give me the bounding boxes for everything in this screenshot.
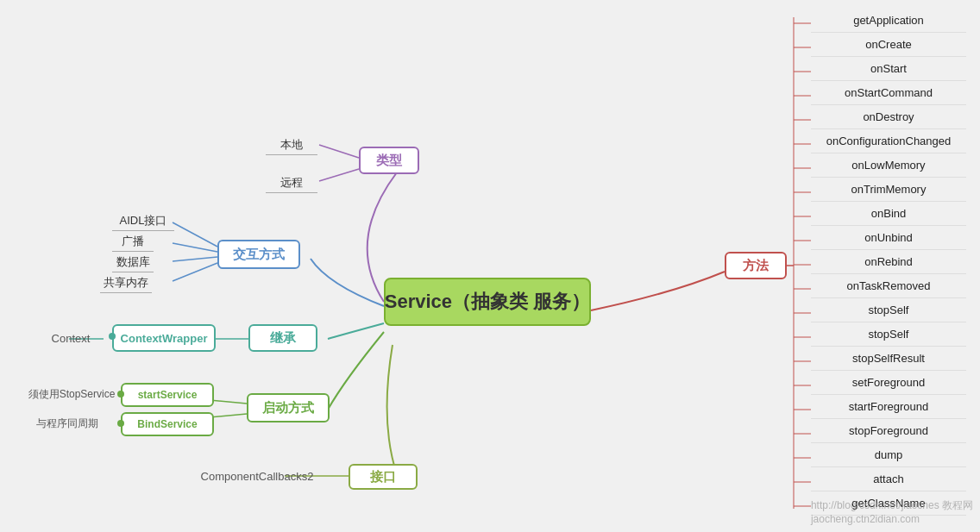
method-ontaskremoved: onTaskRemoved xyxy=(811,274,966,298)
svg-line-5 xyxy=(173,263,217,281)
node-interaction: 交互方式 xyxy=(217,240,300,269)
start-label: 启动方式 xyxy=(262,400,314,416)
interaction-label: 交互方式 xyxy=(233,247,285,263)
leaf-remote: 远程 xyxy=(266,172,317,193)
method-dump: dump xyxy=(811,443,966,467)
method-onrebind: onRebind xyxy=(811,250,966,274)
componentcallbacks-text: ComponentCallbacks2 xyxy=(201,470,314,483)
method-stopforeground: stopForeground xyxy=(811,419,966,443)
method-stopself1: stopSelf xyxy=(811,298,966,322)
lifecycle-text: 与程序同周期 xyxy=(36,416,98,431)
leaf-sharedmem-text: 共享内存 xyxy=(104,275,148,291)
connector-bindservice xyxy=(117,420,124,427)
node-methods: 方法 xyxy=(725,252,787,279)
methods-list: getApplication onCreate onStart onStartC… xyxy=(811,9,966,516)
method-ontrimmemory: onTrimMemory xyxy=(811,178,966,202)
leaf-broadcast: 广播 xyxy=(112,231,154,252)
leaf-lifecycle: 与程序同周期 xyxy=(24,412,110,435)
leaf-componentcallbacks: ComponentCallbacks2 xyxy=(188,464,326,488)
methods-label: 方法 xyxy=(743,258,769,274)
leaf-context: Context xyxy=(45,326,97,350)
node-type: 类型 xyxy=(359,147,419,174)
leaf-db: 数据库 xyxy=(112,252,154,272)
svg-line-1 xyxy=(319,169,359,181)
stopservice-text: 须使用StopService xyxy=(28,387,116,402)
method-stopself2: stopSelf xyxy=(811,322,966,347)
leaf-local: 本地 xyxy=(266,135,317,155)
context-text: Context xyxy=(52,332,91,345)
method-onunbind: onUnbind xyxy=(811,226,966,250)
watermark: http://blog.csdn.net/jiaoches 教程网jaochen… xyxy=(811,498,973,525)
leaf-sharedmem: 共享内存 xyxy=(100,272,152,293)
leaf-remote-text: 远程 xyxy=(280,175,303,191)
svg-line-3 xyxy=(173,243,217,252)
node-bindservice: BindService xyxy=(121,412,214,436)
method-onconfigurationchanged: onConfigurationChanged xyxy=(811,129,966,153)
svg-line-0 xyxy=(319,145,359,158)
startservice-text: startService xyxy=(138,389,198,401)
interface-label: 接口 xyxy=(370,469,396,485)
svg-line-2 xyxy=(173,222,217,247)
method-attach: attach xyxy=(811,467,966,491)
leaf-broadcast-text: 广播 xyxy=(122,234,144,249)
method-onstart: onStart xyxy=(811,57,966,81)
node-contextwrapper: ContextWrapper xyxy=(112,324,216,352)
method-startforeground: startForeground xyxy=(811,395,966,419)
contextwrapper-text: ContextWrapper xyxy=(121,332,208,345)
type-label: 类型 xyxy=(376,153,402,169)
method-ondestroy: onDestroy xyxy=(811,105,966,129)
node-interface: 接口 xyxy=(349,464,418,490)
method-onbind: onBind xyxy=(811,202,966,226)
method-onlowmemory: onLowMemory xyxy=(811,153,966,178)
leaf-aidl-text: AIDL接口 xyxy=(120,213,167,228)
method-oncreate: onCreate xyxy=(811,33,966,57)
bindservice-text: BindService xyxy=(137,418,197,430)
node-start: 启动方式 xyxy=(247,393,330,422)
node-inherit: 继承 xyxy=(248,324,317,352)
method-onstartcommand: onStartCommand xyxy=(811,81,966,105)
mind-map: Service（抽象类 服务） 类型 本地 远程 交互方式 AIDL接口 广播 … xyxy=(0,0,980,532)
leaf-stopservice: 须使用StopService xyxy=(24,383,119,405)
connector-startservice xyxy=(117,391,124,397)
leaf-local-text: 本地 xyxy=(280,137,303,153)
leaf-aidl: AIDL接口 xyxy=(112,210,174,231)
connector-contextwrapper xyxy=(109,333,116,340)
method-setforeground: setForeground xyxy=(811,371,966,395)
method-getapplication: getApplication xyxy=(811,9,966,33)
node-startservice: startService xyxy=(121,383,214,407)
central-node: Service（抽象类 服务） xyxy=(384,278,591,326)
central-label: Service（抽象类 服务） xyxy=(385,289,590,315)
inherit-label: 继承 xyxy=(270,330,296,347)
leaf-db-text: 数据库 xyxy=(116,254,150,270)
svg-line-4 xyxy=(173,257,217,261)
method-stopselfresult: stopSelfResult xyxy=(811,347,966,371)
